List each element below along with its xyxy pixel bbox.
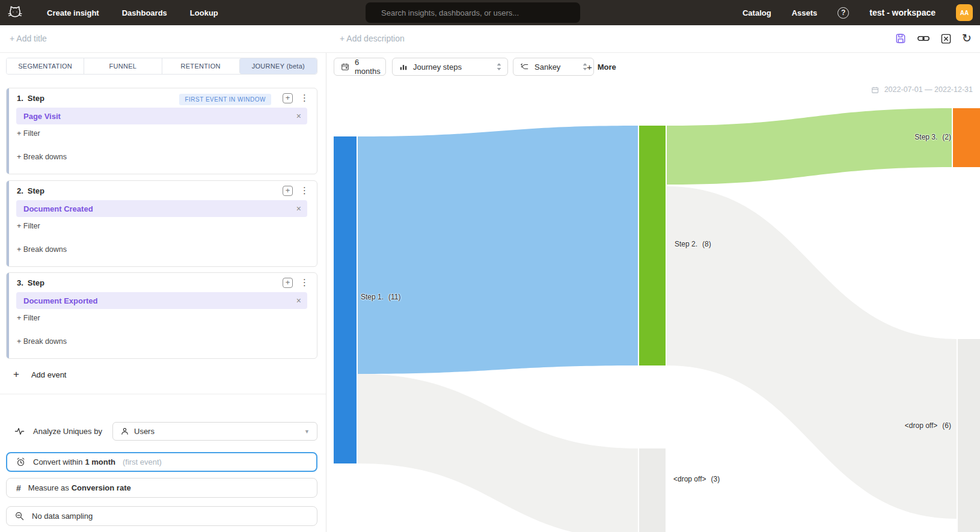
- query-builder-panel: SEGMENTATION FUNNEL RETENTION JOURNEY (b…: [0, 53, 326, 532]
- tab-funnel[interactable]: FUNNEL: [84, 58, 161, 74]
- metric-value: Journey steps: [413, 63, 462, 72]
- node-step1[interactable]: [334, 136, 357, 463]
- measure-as-value: Conversion rate: [72, 483, 131, 492]
- remove-event-icon[interactable]: ×: [296, 204, 301, 213]
- plus-icon: +: [13, 368, 19, 381]
- nav-create-insight[interactable]: Create insight: [47, 8, 99, 17]
- card-accent: [7, 88, 9, 174]
- bar-chart-icon: [399, 63, 408, 71]
- step-menu-icon[interactable]: ⋮: [300, 185, 309, 196]
- help-icon[interactable]: ?: [838, 7, 849, 19]
- step-label: Step: [28, 186, 44, 195]
- step-number: 3.: [17, 278, 23, 287]
- link-step1-step2[interactable]: [358, 126, 638, 374]
- link-step1-dropoff[interactable]: [358, 374, 638, 532]
- step-menu-icon[interactable]: ⋮: [300, 277, 309, 288]
- event-name: Page Visit: [23, 112, 61, 121]
- node-dropoff-after-step1[interactable]: [639, 448, 666, 532]
- convert-within-value: 1 month: [85, 457, 115, 466]
- step-card-3: 3. Step + ⋮ Document Exported × + Filter…: [6, 272, 317, 359]
- nav-catalog[interactable]: Catalog: [743, 8, 771, 17]
- time-window-button[interactable]: 6 months: [334, 58, 386, 76]
- remove-event-icon[interactable]: ×: [296, 111, 301, 121]
- tab-segmentation[interactable]: SEGMENTATION: [7, 58, 84, 74]
- link-step2-dropoff[interactable]: [667, 186, 957, 519]
- panel-divider: [0, 394, 326, 394]
- app-logo-cat-icon[interactable]: [6, 4, 24, 22]
- add-filter-button[interactable]: + Filter: [17, 314, 40, 322]
- add-event-to-step-icon[interactable]: +: [283, 186, 293, 196]
- sankey-label-step1: Step 1.(11): [361, 293, 400, 301]
- avatar[interactable]: AA: [956, 4, 973, 21]
- remove-event-icon[interactable]: ×: [296, 296, 301, 305]
- more-options-button[interactable]: + More: [587, 58, 616, 76]
- analyze-by-dropdown[interactable]: Users ▼: [112, 422, 317, 441]
- step-card-2: 2. Step + ⋮ Document Created × + Filter …: [6, 180, 317, 267]
- event-name: Document Created: [23, 204, 93, 213]
- refresh-icon[interactable]: ↻: [962, 32, 972, 44]
- sankey-label-step3: Step 3.(2): [914, 133, 951, 141]
- plus-icon: +: [587, 62, 592, 72]
- metric-select[interactable]: Journey steps: [392, 58, 508, 76]
- alarm-clock-icon: [16, 457, 26, 467]
- insight-type-tabs: SEGMENTATION FUNNEL RETENTION JOURNEY (b…: [6, 58, 317, 75]
- node-dropoff-after-step2[interactable]: [958, 339, 980, 532]
- nav-dashboards[interactable]: Dashboards: [122, 8, 167, 17]
- link-step2-step3[interactable]: [667, 108, 952, 185]
- hash-icon: #: [16, 483, 21, 493]
- step-title: 2. Step: [17, 186, 44, 195]
- add-event-to-step-icon[interactable]: +: [283, 93, 293, 103]
- tab-journey[interactable]: JOURNEY (beta): [239, 58, 317, 74]
- nav-lookup[interactable]: Lookup: [190, 8, 218, 17]
- copy-link-icon[interactable]: [917, 32, 930, 44]
- step-label: Step: [28, 278, 44, 287]
- save-icon[interactable]: [895, 32, 907, 44]
- analyze-by-value: Users: [134, 427, 155, 436]
- add-event-to-step-icon[interactable]: +: [283, 278, 293, 288]
- nav-assets[interactable]: Assets: [792, 8, 818, 17]
- top-nav: Create insight Dashboards Lookup Catalog…: [0, 0, 980, 25]
- viz-type-value: Sankey: [534, 63, 560, 72]
- add-breakdowns-button[interactable]: + Break downs: [17, 245, 67, 254]
- step-title: 1. Step: [17, 94, 44, 103]
- measure-as-setting[interactable]: # Measure as Conversion rate: [6, 478, 317, 498]
- sankey-icon: [520, 63, 529, 71]
- data-sampling-setting[interactable]: No data sampling: [6, 506, 317, 526]
- user-icon: [120, 427, 129, 436]
- card-accent: [7, 273, 9, 358]
- add-title-field[interactable]: + Add title: [10, 34, 47, 43]
- event-pill[interactable]: Document Exported ×: [16, 292, 307, 309]
- node-step3[interactable]: [953, 108, 980, 167]
- node-step2[interactable]: [639, 126, 666, 365]
- event-pill[interactable]: Page Visit ×: [16, 108, 307, 124]
- step-label: Step: [28, 94, 44, 103]
- convert-within-setting[interactable]: Convert within 1 month (first event): [6, 452, 317, 472]
- add-filter-button[interactable]: + Filter: [17, 129, 40, 138]
- select-spinner-icon: [496, 63, 502, 71]
- workspace-name[interactable]: test - workspace: [869, 8, 936, 17]
- sankey-label-dropoff-3: <drop off>(3): [673, 475, 720, 483]
- event-pill[interactable]: Document Created ×: [16, 200, 307, 217]
- step-card-1: 1. Step FIRST EVENT IN WINDOW + ⋮ Page V…: [6, 88, 317, 174]
- chevron-down-icon: ▼: [304, 429, 310, 435]
- add-breakdowns-button[interactable]: + Break downs: [17, 337, 67, 346]
- clear-insight-icon[interactable]: [940, 33, 952, 44]
- add-breakdowns-button[interactable]: + Break downs: [17, 153, 67, 161]
- add-event-button[interactable]: + Add event: [13, 368, 66, 381]
- convert-within-label: Convert within: [33, 457, 82, 466]
- measure-as-label: Measure as: [28, 483, 69, 492]
- analyze-label: Analyze Uniques by: [33, 427, 102, 436]
- magnifier-minus-icon: [14, 511, 25, 521]
- add-description-field[interactable]: + Add description: [340, 34, 405, 43]
- convert-within-hint: (first event): [123, 457, 162, 466]
- calendar-icon: [341, 63, 349, 71]
- global-search[interactable]: [366, 2, 580, 23]
- chart-panel: 6 months Journey steps Sankey: [327, 53, 980, 532]
- add-filter-button[interactable]: + Filter: [17, 222, 40, 230]
- analyze-uniques-row: Analyze Uniques by: [14, 422, 102, 441]
- step-number: 2.: [17, 186, 23, 195]
- tab-retention[interactable]: RETENTION: [162, 58, 239, 74]
- search-input[interactable]: [366, 8, 580, 17]
- step-menu-icon[interactable]: ⋮: [300, 93, 309, 103]
- viz-type-select[interactable]: Sankey: [513, 58, 594, 76]
